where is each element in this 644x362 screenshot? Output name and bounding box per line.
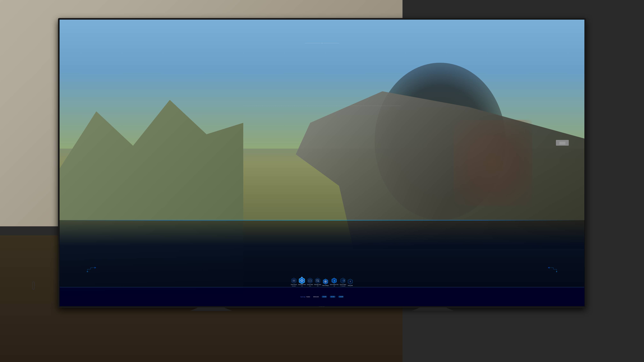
tv-screen: N: [60, 20, 161, 90]
sky-area: [60, 20, 161, 90]
tv-bezel: N: [59, 19, 161, 90]
game-background: N: [60, 20, 161, 90]
tv-unit: N: [58, 18, 161, 90]
